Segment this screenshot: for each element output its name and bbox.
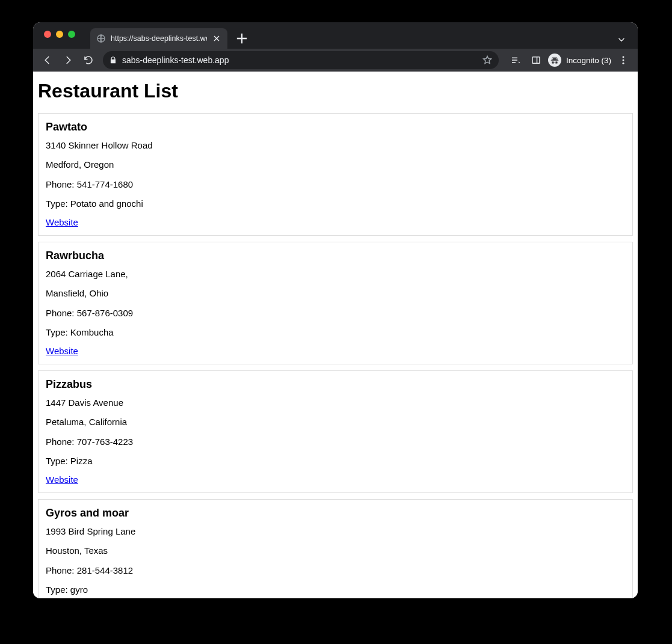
incognito-icon	[548, 54, 561, 67]
incognito-indicator[interactable]: Incognito (3)	[548, 52, 611, 69]
restaurant-card: Pawtato3140 Skinner Hollow RoadMedford, …	[38, 113, 633, 236]
restaurant-website-link[interactable]: Website	[46, 217, 78, 227]
restaurant-type: Type: Pizza	[46, 455, 625, 467]
restaurant-street: 2064 Carriage Lane,	[46, 268, 625, 280]
window-maximize-button[interactable]	[68, 31, 75, 38]
address-bar[interactable]: sabs-deeplinks-test.web.app	[103, 51, 499, 69]
restaurant-street: 3140 Skinner Hollow Road	[46, 140, 625, 152]
viewport: Restaurant List Pawtato3140 Skinner Holl…	[33, 72, 638, 598]
page-title: Restaurant List	[38, 80, 633, 102]
restaurant-name: Pawtato	[46, 121, 625, 133]
tab-title: https://sabs-deeplinks-test.we	[111, 34, 207, 43]
svg-point-5	[623, 56, 624, 58]
restaurant-phone: Phone: 281-544-3812	[46, 565, 625, 577]
restaurant-phone: Phone: 707-763-4223	[46, 436, 625, 448]
restaurant-city: Medford, Oregon	[46, 159, 625, 171]
window-minimize-button[interactable]	[56, 31, 63, 38]
svg-point-3	[556, 62, 558, 64]
toolbar-right: Incognito (3)	[507, 52, 632, 69]
restaurant-name: Pizzabus	[46, 378, 625, 391]
restaurant-street: 1993 Bird Spring Lane	[46, 526, 625, 538]
forward-button[interactable]	[60, 52, 76, 69]
tab-search-button[interactable]	[616, 34, 627, 45]
restaurant-type: Type: Potato and gnochi	[46, 198, 625, 210]
back-button[interactable]	[39, 52, 56, 69]
globe-icon	[96, 34, 106, 43]
restaurant-type: Type: Kombucha	[46, 327, 625, 339]
svg-rect-4	[552, 60, 558, 60]
restaurant-street: 1447 Davis Avenue	[46, 397, 625, 409]
window-close-button[interactable]	[44, 31, 51, 38]
lock-icon	[109, 56, 117, 64]
reload-button[interactable]	[80, 52, 97, 69]
browser-window: https://sabs-deeplinks-test.we	[33, 22, 638, 598]
restaurant-phone: Phone: 541-774-1680	[46, 179, 625, 191]
svg-point-7	[623, 63, 624, 64]
restaurant-name: Gyros and moar	[46, 507, 625, 520]
bookmark-star-icon[interactable]	[482, 55, 493, 66]
restaurant-name: Rawrbucha	[46, 250, 625, 262]
tab-strip: https://sabs-deeplinks-test.we	[33, 22, 638, 49]
restaurant-card: Pizzabus1447 Davis AvenuePetaluma, Calif…	[38, 370, 633, 493]
restaurant-card: Gyros and moar1993 Bird Spring LaneHoust…	[38, 499, 633, 598]
svg-point-6	[623, 60, 624, 61]
restaurant-city: Mansfield, Ohio	[46, 287, 625, 299]
titlebar: https://sabs-deeplinks-test.we	[33, 22, 638, 49]
window-controls	[44, 31, 75, 38]
browser-tab[interactable]: https://sabs-deeplinks-test.we	[90, 28, 227, 49]
toolbar: sabs-deeplinks-test.web.app Incognito (3…	[33, 49, 638, 72]
svg-rect-1	[532, 57, 540, 64]
new-tab-button[interactable]	[233, 30, 250, 47]
restaurant-city: Petaluma, California	[46, 416, 625, 428]
tab-close-button[interactable]	[212, 34, 221, 43]
restaurant-website-link[interactable]: Website	[46, 346, 78, 356]
side-panel-icon[interactable]	[528, 52, 544, 69]
restaurant-city: Houston, Texas	[46, 545, 625, 557]
menu-button[interactable]	[615, 52, 632, 69]
restaurant-website-link[interactable]: Website	[46, 474, 78, 485]
restaurant-list: Pawtato3140 Skinner Hollow RoadMedford, …	[38, 113, 633, 598]
restaurant-card: Rawrbucha2064 Carriage Lane,Mansfield, O…	[38, 242, 633, 364]
url-text: sabs-deeplinks-test.web.app	[122, 55, 477, 65]
incognito-label: Incognito (3)	[566, 56, 611, 65]
svg-point-2	[552, 62, 554, 64]
restaurant-type: Type: gyro	[46, 584, 625, 596]
page-content[interactable]: Restaurant List Pawtato3140 Skinner Holl…	[33, 72, 638, 598]
restaurant-phone: Phone: 567-876-0309	[46, 307, 625, 319]
media-control-icon[interactable]	[507, 52, 524, 69]
